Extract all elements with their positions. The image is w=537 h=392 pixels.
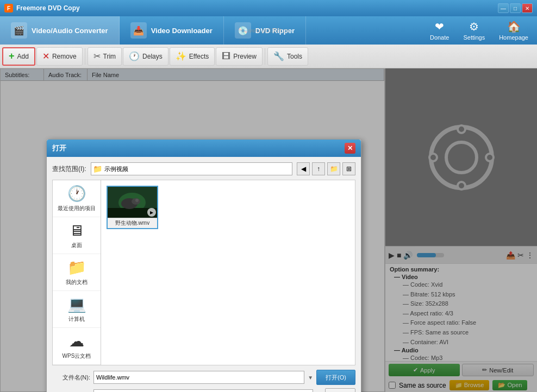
desktop-label: 桌面: [71, 242, 82, 249]
maximize-button[interactable]: □: [510, 3, 521, 13]
remove-label: Remove: [52, 53, 77, 60]
wrench-icon: 🔧: [273, 51, 284, 61]
dialog-title-bar: 打开 ✕: [47, 140, 361, 157]
recent-icon: 🕐: [67, 185, 86, 203]
dialog-cancel-button[interactable]: 取消: [325, 388, 355, 392]
film-icon: 🎞: [222, 52, 230, 61]
effects-button[interactable]: ✨ Effects: [170, 47, 215, 66]
sidebar-documents[interactable]: 📁 我的文档: [53, 254, 101, 291]
settings-button[interactable]: ⚙ Settings: [457, 18, 491, 43]
trim-label: Trim: [103, 53, 116, 60]
filetype-input[interactable]: [93, 389, 313, 392]
minimize-button[interactable]: —: [498, 3, 509, 13]
remove-button[interactable]: ✕ Remove: [36, 47, 83, 66]
computer-icon: 💻: [67, 295, 86, 313]
add-button[interactable]: + Add: [2, 47, 35, 66]
wps-label: WPS云文档: [63, 352, 91, 360]
tab-downloader-label: Video Downloader: [151, 27, 213, 35]
sidebar-desktop[interactable]: 🖥 桌面: [53, 217, 101, 254]
delays-button[interactable]: 🕐 Delays: [123, 47, 168, 66]
app-icon: F: [4, 4, 13, 12]
delays-label: Delays: [142, 53, 163, 60]
settings-label: Settings: [463, 34, 485, 41]
effects-label: Effects: [189, 53, 209, 60]
nav-new-folder-icon[interactable]: 📁: [327, 162, 340, 175]
nav-up-icon[interactable]: ↑: [312, 162, 325, 175]
separator-1: [85, 48, 85, 65]
dialog-overlay: 打开 ✕ 查找范围(I): 📁 ◀ ↑ 📁 ⊞: [0, 68, 537, 392]
homepage-label: Homepage: [499, 34, 528, 41]
folder-icon: 📁: [93, 165, 102, 173]
tab-ripper-icon: 💿: [235, 22, 251, 39]
tab-video-audio-icon: 🎬: [11, 22, 27, 39]
thumb-filename: 野生动物.wmv: [108, 218, 157, 228]
search-path-input[interactable]: [91, 162, 292, 175]
sidebar-recent[interactable]: 🕐 最近使用的项目: [53, 180, 101, 217]
dialog-open-button[interactable]: 打开(O): [316, 370, 355, 385]
donate-button[interactable]: ❤ Donate: [423, 18, 455, 43]
dialog-content: 🕐 最近使用的项目 🖥 桌面 📁 我的文档 💻: [52, 180, 355, 365]
tools-button[interactable]: 🔧 Tools: [267, 47, 308, 66]
filename-row: 文件名(N): ▼ 打开(O): [52, 370, 355, 385]
dialog-close-button[interactable]: ✕: [345, 143, 355, 154]
filetype-row: 文件类型(T): ▼ 取消: [52, 388, 355, 392]
sidebar-computer[interactable]: 💻 计算机: [53, 291, 101, 328]
close-button[interactable]: ✕: [522, 3, 533, 13]
filename-label: 文件名(N):: [52, 374, 90, 382]
dialog-file-area[interactable]: ▶ 野生动物.wmv: [101, 180, 355, 365]
filename-arrow: ▼: [308, 375, 313, 381]
dialog-body: 查找范围(I): 📁 ◀ ↑ 📁 ⊞ 🕐: [47, 157, 361, 392]
remove-icon: ✕: [42, 51, 49, 61]
homepage-button[interactable]: 🏠 Homepage: [492, 18, 535, 43]
computer-label: 计算机: [68, 315, 85, 323]
file-thumbnail[interactable]: ▶ 野生动物.wmv: [107, 186, 158, 229]
desktop-icon: 🖥: [69, 222, 84, 239]
thumb-play-button[interactable]: ▶: [147, 208, 156, 217]
search-range-label: 查找范围(I):: [52, 165, 86, 174]
settings-icon: ⚙: [469, 20, 479, 33]
dialog-sidebar: 🕐 最近使用的项目 🖥 桌面 📁 我的文档 💻: [52, 180, 101, 365]
wps-icon: ☁: [69, 332, 84, 350]
documents-icon: 📁: [67, 258, 86, 276]
donate-icon: ❤: [435, 20, 444, 33]
preview-button[interactable]: 🎞 Preview: [216, 47, 263, 66]
documents-label: 我的文档: [66, 279, 88, 286]
main-wrapper: Subtitles: Audio Track: File Name: [0, 68, 537, 392]
tab-video-audio[interactable]: 🎬 Video/Audio Converter: [0, 16, 120, 45]
homepage-icon: 🏠: [507, 20, 521, 33]
app-title: Freemore DVD Copy: [16, 4, 80, 12]
svg-point-5: [135, 199, 139, 202]
tab-ripper[interactable]: 💿 DVD Ripper: [224, 16, 306, 45]
effects-icon: ✨: [176, 51, 186, 61]
preview-label: Preview: [233, 53, 257, 60]
title-bar: F Freemore DVD Copy — □ ✕: [0, 0, 537, 16]
sidebar-wps[interactable]: ☁ WPS云文档: [53, 328, 101, 365]
clock-icon: 🕐: [129, 51, 140, 61]
tab-video-audio-label: Video/Audio Converter: [32, 27, 108, 35]
open-file-dialog: 打开 ✕ 查找范围(I): 📁 ◀ ↑ 📁 ⊞: [46, 139, 361, 392]
tools-label: Tools: [287, 53, 302, 60]
nav-view-icon[interactable]: ⊞: [342, 162, 355, 175]
tab-downloader[interactable]: 📥 Video Downloader: [120, 16, 224, 45]
separator-2: [265, 48, 265, 65]
toolbar: + Add ✕ Remove ✂ Trim 🕐 Delays ✨ Effects…: [0, 45, 537, 68]
dialog-title: 打开: [52, 143, 66, 153]
tab-ripper-label: DVD Ripper: [255, 27, 295, 35]
scissors-icon: ✂: [93, 51, 101, 61]
trim-button[interactable]: ✂ Trim: [88, 47, 122, 66]
dialog-bottom: 文件名(N): ▼ 打开(O) 文件类型(T): ▼ 取消: [52, 370, 355, 392]
recent-label: 最近使用的项目: [58, 205, 96, 212]
nav-back-icon[interactable]: ◀: [297, 162, 310, 175]
filename-input[interactable]: [93, 371, 304, 384]
donate-label: Donate: [430, 34, 449, 41]
add-icon: +: [9, 50, 15, 62]
nav-bar: 🎬 Video/Audio Converter 📥 Video Download…: [0, 16, 537, 45]
tab-downloader-icon: 📥: [130, 22, 147, 39]
dialog-search-bar: 查找范围(I): 📁 ◀ ↑ 📁 ⊞: [52, 162, 355, 175]
add-label: Add: [17, 53, 29, 60]
